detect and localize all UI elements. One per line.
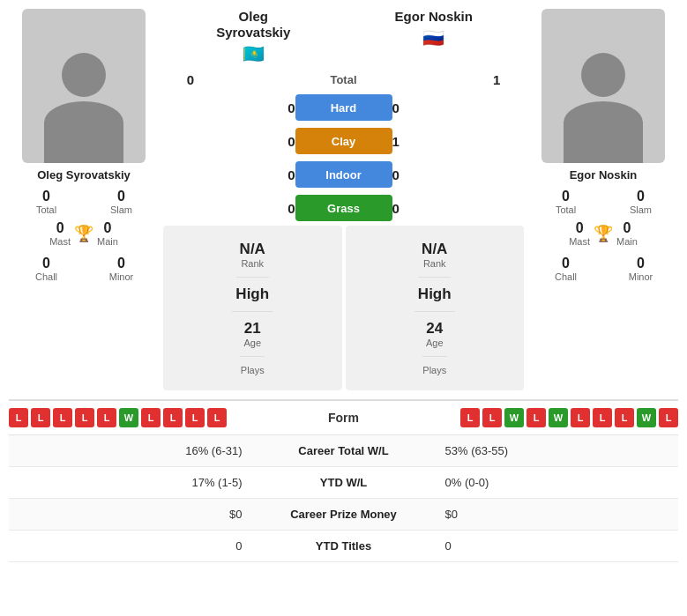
player1-chall-val: 0 <box>42 256 50 271</box>
player1-total-stat: 0 Total <box>9 189 84 215</box>
ytd-titles-left: 0 <box>9 531 256 561</box>
prize-money-left: $0 <box>9 499 256 530</box>
form-right-badges: L L W L W L L L W L <box>460 408 678 427</box>
ytd-titles-row: 0 YTD Titles 0 <box>9 531 678 562</box>
player1-header: Oleg Syrovatskiy 🇰🇿 <box>163 9 344 64</box>
ytd-titles-right: 0 <box>432 531 679 561</box>
player1-chall-stat: 0 Chall <box>9 256 84 282</box>
player1-total-lbl: Total <box>36 204 56 215</box>
form-left-badges: L L L L L W L L L L <box>9 408 227 427</box>
career-total-right: 53% (63-55) <box>432 435 679 466</box>
player2-slam-val: 0 <box>637 189 645 204</box>
player2-slam-stat: 0 Slam <box>603 189 678 215</box>
form-badge-w3-right: W <box>637 408 656 427</box>
indoor-surface-btn[interactable]: Indoor <box>295 161 392 188</box>
player1-chall-lbl: Chall <box>35 271 57 282</box>
player2-minor-stat: 0 Minor <box>603 256 678 282</box>
player2-total-stat: 0 Total <box>528 189 603 215</box>
player2-main-val: 0 <box>623 220 631 236</box>
career-total-row: 16% (6-31) Career Total W/L 53% (63-55) <box>9 435 678 467</box>
hard-surface-btn[interactable]: Hard <box>295 94 392 121</box>
clay-surface-btn[interactable]: Clay <box>295 128 392 154</box>
left-scores-col: 0 0 0 0 <box>265 94 295 221</box>
player1-main-lbl: Main <box>97 236 118 247</box>
player2-rank-val: N/A <box>422 241 447 258</box>
player1-plays-row: Plays <box>237 357 268 383</box>
form-badge-l8-left: L <box>185 408 205 427</box>
player1-name-top: Oleg Syrovatskiy <box>163 9 344 41</box>
player1-total-val: 0 <box>42 189 50 204</box>
player2-plays-lbl: Plays <box>422 365 446 375</box>
player1-slam-stat: 0 Slam <box>84 189 159 215</box>
player2-age-lbl: Age <box>426 338 444 348</box>
total-line: 0 Total 1 <box>163 69 524 91</box>
hard-score-right: 0 <box>392 94 400 121</box>
player2-minor-lbl: Minor <box>629 271 653 282</box>
ytd-wl-label: YTD W/L <box>256 467 432 498</box>
form-row: L L L L L W L L L L Form L L W L W L L L <box>9 401 678 435</box>
player1-trophy-row: 0 Mast 🏆 0 Main <box>9 220 159 247</box>
player2-level-row: High <box>414 278 455 312</box>
grass-score-left: 0 <box>287 195 295 221</box>
prize-money-right: $0 <box>432 499 679 530</box>
form-badge-l5-left: L <box>97 408 116 427</box>
form-badge-l7-right: L <box>659 408 678 427</box>
trophy-icon-player1: 🏆 <box>74 224 93 243</box>
form-badge-l2-left: L <box>31 408 50 427</box>
player2-silhouette <box>559 40 647 163</box>
center-stat-cards: N/A Rank High 21 Age Plays <box>163 226 524 390</box>
player2-total-val: 0 <box>562 189 570 204</box>
ytd-wl-left: 17% (1-5) <box>9 467 256 498</box>
player1-minor-val: 0 <box>117 256 125 271</box>
form-badge-l4-left: L <box>75 408 94 427</box>
player2-avatar <box>541 9 665 163</box>
player2-age-row: 24 Age <box>422 312 447 357</box>
bottom-section: L L L L L W L L L L Form L L W L W L L L <box>9 399 678 562</box>
player2-age-val: 24 <box>426 320 443 338</box>
career-total-left: 16% (6-31) <box>9 435 256 466</box>
player2-chall-lbl: Chall <box>555 271 577 282</box>
player1-name: Oleg Syrovatskiy <box>37 168 131 182</box>
form-badge-l6-left: L <box>141 408 161 427</box>
form-badge-l7-left: L <box>163 408 183 427</box>
player2-header: Egor Noskin 🇷🇺 <box>344 9 525 48</box>
top-row: Oleg Syrovatskiy 0 Total 0 Slam 0 Mast 🏆 <box>0 0 687 399</box>
grass-surface-btn[interactable]: Grass <box>295 195 392 221</box>
form-badge-w2-right: W <box>549 408 568 427</box>
surface-scores-row: 0 0 0 0 Hard Clay Indoor Grass 0 1 0 0 <box>163 94 524 221</box>
player2-minor-val: 0 <box>637 256 645 271</box>
total-label: Total <box>194 73 493 86</box>
player1-plays-lbl: Plays <box>241 365 265 375</box>
prize-money-row: $0 Career Prize Money $0 <box>9 499 678 531</box>
player1-age-val: 21 <box>244 320 261 338</box>
form-badge-l3-left: L <box>53 408 72 427</box>
player1-mast-lbl: Mast <box>49 236 71 247</box>
form-badge-w1-right: W <box>504 408 524 427</box>
player1-slam-lbl: Slam <box>110 204 132 215</box>
center-column: Oleg Syrovatskiy 🇰🇿 Egor Noskin 🇷🇺 0 Tot… <box>163 9 524 390</box>
player2-name-top: Egor Noskin <box>344 9 525 25</box>
ytd-wl-row: 17% (1-5) YTD W/L 0% (0-0) <box>9 467 678 499</box>
player1-silhouette <box>40 40 128 163</box>
player1-main-val: 0 <box>103 220 111 236</box>
indoor-score-right: 0 <box>392 161 400 188</box>
player1-rank-row: N/A Rank <box>236 233 269 278</box>
player2-level-val: High <box>418 286 452 303</box>
player1-bottom-stats: 0 Chall 0 Minor <box>9 256 159 287</box>
prize-money-label: Career Prize Money <box>256 499 432 530</box>
player2-stats: 0 Total 0 Slam <box>528 189 678 220</box>
player1-rank-val: N/A <box>240 241 265 258</box>
player1-slam-val: 0 <box>117 189 125 204</box>
player2-main-lbl: Main <box>616 236 638 247</box>
form-badge-l5-right: L <box>593 408 612 427</box>
player2-trophy-row: 0 Mast 🏆 0 Main <box>528 220 678 247</box>
player1-column: Oleg Syrovatskiy 0 Total 0 Slam 0 Mast 🏆 <box>9 9 159 390</box>
grass-score-right: 0 <box>392 195 400 221</box>
player2-total-lbl: Total <box>556 204 576 215</box>
form-badge-l4-right: L <box>571 408 590 427</box>
clay-score-right: 1 <box>392 128 400 154</box>
ytd-titles-label: YTD Titles <box>256 531 432 561</box>
total-score-right: 1 <box>493 72 524 87</box>
player1-minor-lbl: Minor <box>109 271 134 282</box>
form-badge-l1-left: L <box>9 408 28 427</box>
